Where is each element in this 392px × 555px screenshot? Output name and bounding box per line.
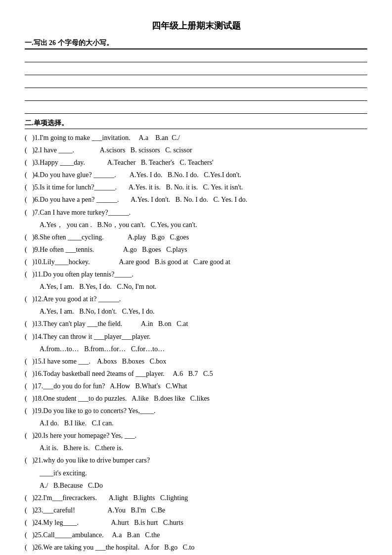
q10-text: )10.Lily____hockey. A.are good B.is good… [32,258,230,266]
q17-bracket: ( [25,382,31,390]
write-line-4 [25,90,367,101]
question-11: ( )11.Do you often play tennis?_____. [25,269,367,280]
q26-text: )26.We are taking you ___the hospital. A… [32,544,194,551]
q15-bracket: ( [25,358,31,365]
writing-lines-area [25,51,367,114]
section1-header: 一.写出 26 个字母的大小写。 [25,39,367,49]
question-10: ( )10.Lily____hockey. A.are good B.is go… [25,256,367,268]
q12b-text: A.Yes, I am. B.No, I don't. C.Yes, I do. [40,308,155,315]
questions-container: ( )1.I'm going to make ___invitation. A.… [25,132,367,555]
q22-bracket: ( [25,494,31,502]
question-12: ( )12.Are you good at it? ______. [25,293,367,305]
question-11b: A.Yes, I am. B.Yes, I do. C.No, I'm not. [25,281,367,292]
question-26: ( )26.We are taking you ___the hospital.… [25,542,367,553]
q21c-text: A./ B.Because C.Do [40,482,103,489]
question-23: ( )23.___careful! A.You B.I'm C.Be [25,505,367,516]
q3-text: )3.Happy ____day. A.Teacher B. Teacher's… [32,159,214,166]
q23-bracket: ( [25,507,31,514]
write-line-5 [25,103,367,114]
question-21b: ____it's exciting. [25,467,367,479]
q26-bracket: ( [25,544,31,551]
q22-text: )22.I'm___firecrackers. A.light B.lights… [32,494,188,502]
question-9: ( )9.He often ___tennis. A.go B.goes C.p… [25,244,367,255]
q8-text: )8.She often ____cycling. A.play B.go C.… [32,233,189,241]
q20-bracket: ( [25,432,31,439]
q21-text: )21.why do you like to drive bumper cars… [32,457,150,464]
q15-text: )15.I have some ___. A.boxs B.boxes C.bo… [32,358,166,365]
question-13: ( )13.They can't play ___the field. A.in… [25,318,367,329]
question-18: ( )18.One student ___to do puzzles. A.li… [25,393,367,404]
q12-text: )12.Are you good at it? ______. [32,295,121,303]
q24-text: )24.My leg____. A.hurt B.is hurt C.hurts [32,519,183,526]
q7-text: )7.Can I have more turkey?______. [32,209,131,216]
q11b-text: A.Yes, I am. B.Yes, I do. C.No, I'm not. [40,283,157,290]
q8-bracket: ( [25,233,31,241]
q20-text: )20.Is here your homepage? Yes, ___. [32,432,136,439]
q4-text: )4.Do you have glue? ______. A.Yes. I do… [32,171,241,179]
question-16: ( )16.Today basketball need 2teams of __… [25,368,367,379]
question-21c: A./ B.Because C.Do [25,480,367,491]
question-3: ( )3.Happy ____day. A.Teacher B. Teacher… [25,157,367,168]
q7-bracket: ( [25,209,31,216]
q4-bracket: ( [25,171,31,179]
q3-bracket: ( [25,159,31,166]
q16-bracket: ( [25,370,31,377]
write-line-1 [25,51,367,62]
q18-bracket: ( [25,395,31,402]
question-14: ( )14.They can throw it ___player___play… [25,331,367,342]
question-19b: A.I do. B.I like. C.I can. [25,417,367,429]
question-20: ( )20.Is here your homepage? Yes, ___. [25,430,367,441]
write-line-3 [25,77,367,88]
q19b-text: A.I do. B.I like. C.I can. [40,419,114,427]
question-17: ( )17.___do you do for fun? A.How B.What… [25,380,367,392]
q19-text: )19.Do you like to go to concerts? Yes,_… [32,407,155,415]
question-19: ( )19.Do you like to go to concerts? Yes… [25,405,367,416]
question-15: ( )15.I have some ___. A.boxs B.boxes C.… [25,356,367,367]
page-title: 四年级上册期末测试题 [25,20,367,32]
section2-header: 二.单项选择。 [25,119,367,129]
q11-text: )11.Do you often play tennis?_____. [32,271,133,278]
question-7b: A.Yes， you can . B.No，you can't. C.Yes, … [25,219,367,231]
question-25: ( )25.Call_____ambulance. A.a B.an C.the [25,529,367,541]
question-20b: A.it is. B.here is. C.there is. [25,442,367,454]
question-6: ( )6.Do you have a pen? ______. A.Yes. I… [25,194,367,205]
question-5: ( )5.Is it time for lunch?______. A.Yes.… [25,182,367,193]
q14-text: )14.They can throw it ___player___player… [32,333,150,340]
q18-text: )18.One student ___to do puzzles. A.like… [32,395,210,402]
q25-text: )25.Call_____ambulance. A.a B.an C.the [32,531,160,539]
q9-bracket: ( [25,246,31,253]
q14b-text: A.from…to… B.from…for… C.for…to… [40,345,165,353]
q2-bracket: ( [25,146,31,154]
q21-bracket: ( [25,457,31,464]
q9-text: )9.He often ___tennis. A.go B.goes C.pla… [32,246,187,253]
q12-bracket: ( [25,295,31,303]
question-14b: A.from…to… B.from…for… C.for…to… [25,343,367,355]
q16-text: )16.Today basketball need 2teams of ___p… [32,370,213,377]
question-8: ( )8.She often ____cycling. A.play B.go … [25,231,367,243]
q17-text: )17.___do you do for fun? A.How B.What's… [32,382,187,390]
q1-bracket: ( [25,134,31,141]
question-2: ( )2.I have ____. A.scisors B. scissors … [25,144,367,156]
question-21: ( )21.why do you like to drive bumper ca… [25,455,367,466]
question-1: ( )1.I'm going to make ___invitation. A.… [25,132,367,143]
q6-text: )6.Do you have a pen? ______. A.Yes. I d… [32,196,247,203]
q1-text: )1.I'm going to make ___invitation. A.a … [32,134,180,141]
q11-bracket: ( [25,271,31,278]
q23-text: )23.___careful! A.You B.I'm C.Be [32,507,165,514]
q25-bracket: ( [25,531,31,539]
q20b-text: A.it is. B.here is. C.there is. [40,444,123,452]
question-7: ( )7.Can I have more turkey?______. [25,207,367,218]
question-4: ( )4.Do you have glue? ______. A.Yes. I … [25,169,367,181]
q13-bracket: ( [25,320,31,327]
q24-bracket: ( [25,519,31,526]
q5-bracket: ( [25,184,31,191]
question-22: ( )22.I'm___firecrackers. A.light B.ligh… [25,492,367,504]
q19-bracket: ( [25,407,31,415]
q7b-text: A.Yes， you can . B.No，you can't. C.Yes, … [40,221,197,229]
q13-text: )13.They can't play ___the field. A.in B… [32,320,188,327]
q14-bracket: ( [25,333,31,340]
q5-text: )5.Is it time for lunch?______. A.Yes. i… [32,184,243,191]
question-24: ( )24.My leg____. A.hurt B.is hurt C.hur… [25,517,367,528]
q2-text: )2.I have ____. A.scisors B. scissors C.… [32,146,192,154]
q10-bracket: ( [25,258,31,266]
